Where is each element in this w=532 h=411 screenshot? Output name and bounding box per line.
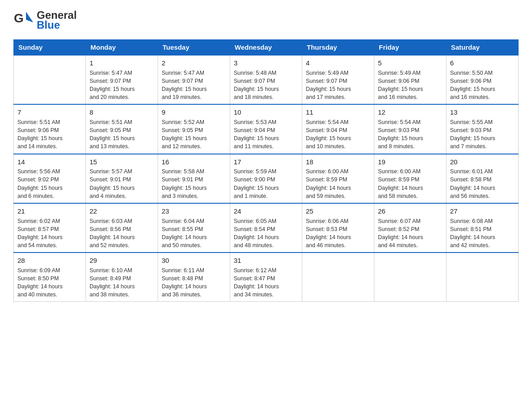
calendar-cell: 25Sunrise: 6:06 AM Sunset: 8:53 PM Dayli… xyxy=(302,203,374,253)
day-number: 4 xyxy=(306,58,370,68)
day-number: 18 xyxy=(306,157,370,167)
day-info: Sunrise: 5:59 AM Sunset: 9:00 PM Dayligh… xyxy=(234,167,298,200)
day-number: 15 xyxy=(90,157,154,167)
calendar-cell: 5Sunrise: 5:49 AM Sunset: 9:06 PM Daylig… xyxy=(374,55,446,104)
logo-svg: G xyxy=(13,9,36,31)
day-number: 12 xyxy=(378,107,442,117)
day-info: Sunrise: 5:55 AM Sunset: 9:03 PM Dayligh… xyxy=(450,118,515,151)
day-number: 7 xyxy=(17,107,82,117)
calendar-cell xyxy=(302,253,374,302)
calendar-cell: 24Sunrise: 6:05 AM Sunset: 8:54 PM Dayli… xyxy=(230,203,302,253)
day-info: Sunrise: 5:47 AM Sunset: 9:07 PM Dayligh… xyxy=(90,69,154,102)
day-info: Sunrise: 6:06 AM Sunset: 8:53 PM Dayligh… xyxy=(306,217,370,250)
day-info: Sunrise: 6:08 AM Sunset: 8:51 PM Dayligh… xyxy=(450,217,515,250)
day-number: 29 xyxy=(90,256,154,265)
calendar-cell: 27Sunrise: 6:08 AM Sunset: 8:51 PM Dayli… xyxy=(446,203,519,253)
weekday-header-tuesday: Tuesday xyxy=(158,40,230,56)
day-info: Sunrise: 6:09 AM Sunset: 8:50 PM Dayligh… xyxy=(17,266,82,299)
calendar-cell xyxy=(446,253,519,302)
day-info: Sunrise: 6:07 AM Sunset: 8:52 PM Dayligh… xyxy=(378,217,442,250)
svg-marker-1 xyxy=(26,12,33,22)
calendar-cell: 2Sunrise: 5:47 AM Sunset: 9:07 PM Daylig… xyxy=(158,55,230,104)
calendar-cell: 3Sunrise: 5:48 AM Sunset: 9:07 PM Daylig… xyxy=(230,55,302,104)
calendar-cell: 4Sunrise: 5:49 AM Sunset: 9:07 PM Daylig… xyxy=(302,55,374,104)
calendar-week-3: 14Sunrise: 5:56 AM Sunset: 9:02 PM Dayli… xyxy=(14,154,519,203)
calendar-cell: 26Sunrise: 6:07 AM Sunset: 8:52 PM Dayli… xyxy=(374,203,446,253)
day-info: Sunrise: 5:56 AM Sunset: 9:02 PM Dayligh… xyxy=(17,167,82,200)
calendar-cell: 9Sunrise: 5:52 AM Sunset: 9:05 PM Daylig… xyxy=(158,104,230,154)
calendar-cell: 29Sunrise: 6:10 AM Sunset: 8:49 PM Dayli… xyxy=(86,253,158,302)
calendar-cell: 20Sunrise: 6:01 AM Sunset: 8:58 PM Dayli… xyxy=(446,154,519,203)
calendar-cell xyxy=(14,55,86,104)
calendar-cell: 19Sunrise: 6:00 AM Sunset: 8:59 PM Dayli… xyxy=(374,154,446,203)
day-number: 13 xyxy=(450,107,515,117)
day-number: 30 xyxy=(162,256,226,265)
day-number: 9 xyxy=(162,107,226,117)
calendar-cell: 7Sunrise: 5:51 AM Sunset: 9:06 PM Daylig… xyxy=(14,104,86,154)
day-info: Sunrise: 5:49 AM Sunset: 9:06 PM Dayligh… xyxy=(378,69,442,102)
calendar-cell: 8Sunrise: 5:51 AM Sunset: 9:05 PM Daylig… xyxy=(86,104,158,154)
day-info: Sunrise: 6:03 AM Sunset: 8:56 PM Dayligh… xyxy=(90,217,154,250)
calendar-cell: 15Sunrise: 5:57 AM Sunset: 9:01 PM Dayli… xyxy=(86,154,158,203)
calendar-header: SundayMondayTuesdayWednesdayThursdayFrid… xyxy=(14,40,519,56)
day-info: Sunrise: 6:00 AM Sunset: 8:59 PM Dayligh… xyxy=(306,167,370,200)
day-info: Sunrise: 5:49 AM Sunset: 9:07 PM Dayligh… xyxy=(306,69,370,102)
calendar-week-1: 1Sunrise: 5:47 AM Sunset: 9:07 PM Daylig… xyxy=(14,55,519,104)
calendar-cell: 31Sunrise: 6:12 AM Sunset: 8:47 PM Dayli… xyxy=(230,253,302,302)
day-number: 28 xyxy=(17,256,82,265)
day-info: Sunrise: 5:57 AM Sunset: 9:01 PM Dayligh… xyxy=(90,167,154,200)
logo-area: G General Blue xyxy=(13,9,77,31)
calendar-cell: 21Sunrise: 6:02 AM Sunset: 8:57 PM Dayli… xyxy=(14,203,86,253)
day-info: Sunrise: 6:01 AM Sunset: 8:58 PM Dayligh… xyxy=(450,167,515,200)
weekday-header-saturday: Saturday xyxy=(446,40,519,56)
day-info: Sunrise: 6:10 AM Sunset: 8:49 PM Dayligh… xyxy=(90,266,154,299)
calendar-cell: 22Sunrise: 6:03 AM Sunset: 8:56 PM Dayli… xyxy=(86,203,158,253)
day-info: Sunrise: 5:50 AM Sunset: 9:06 PM Dayligh… xyxy=(450,69,515,102)
day-info: Sunrise: 6:02 AM Sunset: 8:57 PM Dayligh… xyxy=(17,217,82,250)
calendar-body: 1Sunrise: 5:47 AM Sunset: 9:07 PM Daylig… xyxy=(14,55,519,302)
weekday-header-thursday: Thursday xyxy=(302,40,374,56)
calendar-cell: 1Sunrise: 5:47 AM Sunset: 9:07 PM Daylig… xyxy=(86,55,158,104)
calendar-cell: 13Sunrise: 5:55 AM Sunset: 9:03 PM Dayli… xyxy=(446,104,519,154)
calendar-week-2: 7Sunrise: 5:51 AM Sunset: 9:06 PM Daylig… xyxy=(14,104,519,154)
day-info: Sunrise: 6:12 AM Sunset: 8:47 PM Dayligh… xyxy=(234,266,298,299)
calendar-cell: 11Sunrise: 5:54 AM Sunset: 9:04 PM Dayli… xyxy=(302,104,374,154)
day-number: 20 xyxy=(450,157,515,167)
day-number: 16 xyxy=(162,157,226,167)
day-number: 2 xyxy=(162,58,226,68)
day-info: Sunrise: 6:11 AM Sunset: 8:48 PM Dayligh… xyxy=(162,266,226,299)
day-info: Sunrise: 5:51 AM Sunset: 9:06 PM Dayligh… xyxy=(17,118,82,151)
day-number: 31 xyxy=(234,256,298,265)
weekday-header-row: SundayMondayTuesdayWednesdayThursdayFrid… xyxy=(14,40,519,56)
day-number: 3 xyxy=(234,58,298,68)
svg-text:G: G xyxy=(14,11,24,25)
day-number: 22 xyxy=(90,206,154,216)
day-info: Sunrise: 5:47 AM Sunset: 9:07 PM Dayligh… xyxy=(162,69,226,102)
calendar-cell: 12Sunrise: 5:54 AM Sunset: 9:03 PM Dayli… xyxy=(374,104,446,154)
calendar-cell: 28Sunrise: 6:09 AM Sunset: 8:50 PM Dayli… xyxy=(14,253,86,302)
calendar-cell: 16Sunrise: 5:58 AM Sunset: 9:01 PM Dayli… xyxy=(158,154,230,203)
calendar-cell: 30Sunrise: 6:11 AM Sunset: 8:48 PM Dayli… xyxy=(158,253,230,302)
weekday-header-monday: Monday xyxy=(86,40,158,56)
day-number: 1 xyxy=(90,58,154,68)
calendar-cell xyxy=(374,253,446,302)
day-number: 14 xyxy=(17,157,82,167)
calendar-table: SundayMondayTuesdayWednesdayThursdayFrid… xyxy=(13,39,519,302)
calendar-week-4: 21Sunrise: 6:02 AM Sunset: 8:57 PM Dayli… xyxy=(14,203,519,253)
calendar-cell: 17Sunrise: 5:59 AM Sunset: 9:00 PM Dayli… xyxy=(230,154,302,203)
calendar-cell: 10Sunrise: 5:53 AM Sunset: 9:04 PM Dayli… xyxy=(230,104,302,154)
day-info: Sunrise: 6:04 AM Sunset: 8:55 PM Dayligh… xyxy=(162,217,226,250)
calendar-week-5: 28Sunrise: 6:09 AM Sunset: 8:50 PM Dayli… xyxy=(14,253,519,302)
day-info: Sunrise: 5:54 AM Sunset: 9:03 PM Dayligh… xyxy=(378,118,442,151)
calendar-cell: 6Sunrise: 5:50 AM Sunset: 9:06 PM Daylig… xyxy=(446,55,519,104)
day-number: 5 xyxy=(378,58,442,68)
calendar-cell: 18Sunrise: 6:00 AM Sunset: 8:59 PM Dayli… xyxy=(302,154,374,203)
day-number: 21 xyxy=(17,206,82,216)
weekday-header-wednesday: Wednesday xyxy=(230,40,302,56)
weekday-header-friday: Friday xyxy=(374,40,446,56)
page-header: G General Blue xyxy=(13,9,519,31)
day-number: 25 xyxy=(306,206,370,216)
day-number: 10 xyxy=(234,107,298,117)
day-number: 27 xyxy=(450,206,515,216)
day-info: Sunrise: 5:54 AM Sunset: 9:04 PM Dayligh… xyxy=(306,118,370,151)
